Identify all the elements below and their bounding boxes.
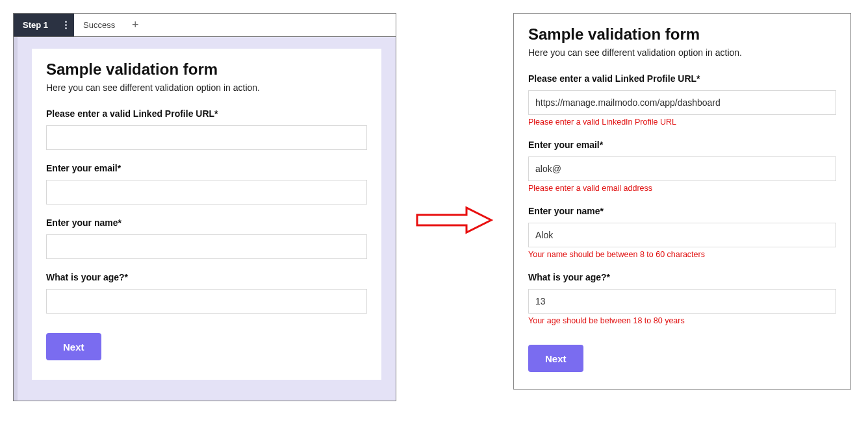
rendered-panel: Sample validation form Here you can see …: [513, 13, 851, 390]
form-subtitle-right: Here you can see different validation op…: [528, 47, 836, 58]
label-name-right: Enter your name*: [528, 206, 836, 216]
tab-success[interactable]: Success: [74, 14, 124, 36]
label-name: Enter your name*: [46, 217, 367, 228]
field-age: What is your age?*: [46, 272, 367, 314]
error-name: Your name should be between 8 to 60 char…: [528, 250, 836, 259]
arrow-icon: [416, 204, 494, 236]
tab-step1-menu[interactable]: [57, 14, 74, 36]
label-linked: Please enter a valid Linked Profile URL*: [46, 108, 367, 119]
form-title-right: Sample validation form: [528, 25, 836, 43]
field-linked-right: Please enter a valid Linked Profile URL*…: [528, 73, 836, 127]
label-email-right: Enter your email*: [528, 140, 836, 150]
field-email-right: Enter your email* alok@ Please enter a v…: [528, 140, 836, 193]
label-linked-right: Please enter a valid Linked Profile URL*: [528, 73, 836, 84]
builder-panel: Step 1 Success + Sample validation form …: [13, 13, 396, 401]
input-linked-right[interactable]: https://manage.mailmodo.com/app/dashboar…: [528, 90, 836, 115]
label-age: What is your age?*: [46, 272, 367, 282]
tab-bar: Step 1 Success +: [14, 14, 396, 37]
input-email-right[interactable]: alok@: [528, 156, 836, 181]
input-age-right[interactable]: 13: [528, 289, 836, 314]
form-title: Sample validation form: [46, 60, 367, 79]
error-linked: Please enter a valid LinkedIn Profile UR…: [528, 118, 836, 127]
kebab-icon: [65, 21, 67, 29]
field-name: Enter your name*: [46, 217, 367, 259]
error-age: Your age should be between 18 to 80 year…: [528, 316, 836, 325]
tab-add[interactable]: +: [124, 14, 146, 36]
form-card-right: Sample validation form Here you can see …: [514, 14, 850, 389]
label-age-right: What is your age?*: [528, 272, 836, 282]
field-linked: Please enter a valid Linked Profile URL*: [46, 108, 367, 150]
label-email: Enter your email*: [46, 163, 367, 173]
next-button[interactable]: Next: [46, 333, 101, 360]
input-email[interactable]: [46, 180, 367, 205]
tab-step1[interactable]: Step 1: [14, 14, 57, 36]
error-email: Please enter a valid email address: [528, 184, 836, 193]
input-linked[interactable]: [46, 125, 367, 150]
field-age-right: What is your age?* 13 Your age should be…: [528, 272, 836, 325]
builder-canvas: Sample validation form Here you can see …: [14, 37, 396, 401]
arrow: [416, 178, 494, 236]
input-name[interactable]: [46, 234, 367, 259]
input-name-right[interactable]: Alok: [528, 223, 836, 247]
next-button-right[interactable]: Next: [528, 345, 583, 372]
field-email: Enter your email*: [46, 163, 367, 205]
form-card-left: Sample validation form Here you can see …: [32, 49, 381, 380]
form-subtitle: Here you can see different validation op…: [46, 82, 367, 93]
field-name-right: Enter your name* Alok Your name should b…: [528, 206, 836, 259]
input-age[interactable]: [46, 289, 367, 314]
